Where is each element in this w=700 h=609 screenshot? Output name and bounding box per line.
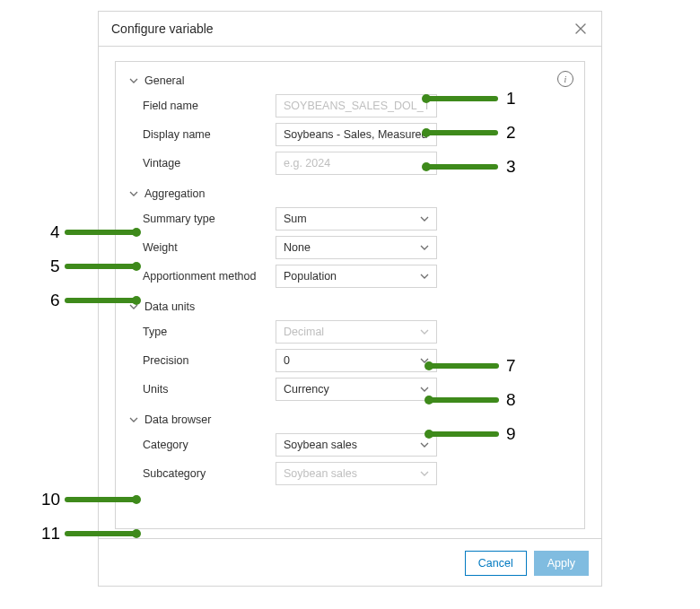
annotation-dot: [424, 361, 433, 370]
section-title-aggregation: Aggregation: [144, 187, 205, 200]
cancel-button[interactable]: Cancel: [465, 551, 527, 576]
field-name-label: Field name: [128, 100, 276, 112]
annotation-leader: [429, 397, 499, 403]
weight-select[interactable]: None: [276, 236, 437, 259]
annotation-number: 9: [506, 424, 516, 444]
annotation-dot: [132, 228, 141, 237]
annotation-leader: [429, 431, 499, 437]
annotation-number: 4: [50, 222, 60, 242]
display-name-label: Display name: [128, 128, 276, 141]
category-value: Soybean sales: [284, 439, 357, 451]
dialog-footer: Cancel Apply: [99, 538, 601, 587]
apportionment-value: Population: [284, 270, 337, 283]
units-value: Currency: [284, 383, 329, 396]
section-toggle-data-browser[interactable]: Data browser: [128, 413, 572, 426]
chevron-down-icon: [420, 327, 429, 336]
annotation-number: 6: [50, 291, 60, 310]
annotation-number: 10: [41, 490, 60, 509]
annotation-dot: [132, 495, 141, 504]
display-name-input[interactable]: [276, 123, 437, 146]
annotation-dot: [424, 396, 433, 405]
summary-type-value: Sum: [284, 213, 307, 225]
dialog-body: i General Field name: [99, 47, 601, 538]
chevron-down-icon: [420, 440, 429, 449]
annotation-leader: [65, 298, 136, 303]
precision-select[interactable]: 0: [276, 349, 437, 372]
subcategory-label: Subcategory: [128, 467, 276, 480]
vintage-label: Vintage: [128, 157, 276, 170]
type-select: Decimal: [276, 320, 437, 344]
annotation-dot: [132, 262, 141, 271]
annotation-dot: [422, 162, 431, 171]
precision-value: 0: [284, 354, 290, 367]
summary-type-select[interactable]: Sum: [276, 207, 437, 231]
apply-button[interactable]: Apply: [534, 551, 589, 576]
annotation-leader: [426, 130, 498, 135]
apportionment-label: Apportionment method: [128, 270, 276, 283]
type-value: Decimal: [284, 326, 324, 338]
annotation-number: 2: [506, 123, 516, 143]
annotation-dot: [424, 430, 433, 439]
chevron-down-icon: [420, 385, 429, 394]
section-toggle-aggregation[interactable]: Aggregation: [128, 187, 572, 200]
annotation-number: 7: [506, 356, 516, 376]
info-icon[interactable]: i: [557, 71, 573, 87]
annotation-leader: [429, 363, 499, 369]
apportionment-select[interactable]: Population: [276, 265, 437, 288]
annotation-number: 3: [506, 157, 516, 177]
section-title-general: General: [144, 74, 184, 87]
subcategory-select: Soybean sales: [276, 462, 437, 485]
precision-label: Precision: [128, 354, 276, 367]
annotation-leader: [65, 497, 136, 502]
section-title-data-units: Data units: [144, 300, 195, 313]
type-label: Type: [128, 326, 276, 338]
chevron-down-icon: [128, 414, 139, 425]
annotation-number: 11: [41, 524, 60, 544]
dialog-header: Configure variable: [99, 12, 601, 47]
annotation-leader: [65, 230, 136, 235]
section-toggle-data-units[interactable]: Data units: [128, 300, 572, 313]
annotation-leader: [65, 264, 136, 269]
configure-variable-dialog: Configure variable i General Field name: [98, 11, 602, 587]
chevron-down-icon: [420, 243, 429, 252]
annotation-dot: [422, 128, 431, 137]
section-title-data-browser: Data browser: [144, 413, 211, 426]
chevron-down-icon: [420, 469, 429, 478]
annotation-dot: [132, 296, 141, 305]
category-select[interactable]: Soybean sales: [276, 433, 437, 457]
category-label: Category: [128, 439, 276, 451]
dialog-title: Configure variable: [111, 22, 214, 36]
chevron-down-icon: [420, 272, 429, 281]
chevron-down-icon: [128, 188, 139, 199]
weight-value: None: [284, 241, 311, 254]
field-name-input: [276, 94, 437, 117]
annotation-number: 5: [50, 257, 60, 276]
summary-type-label: Summary type: [128, 213, 276, 225]
annotation-number: 8: [506, 390, 516, 410]
annotation-number: 1: [506, 89, 516, 109]
vintage-input[interactable]: [276, 152, 437, 175]
weight-label: Weight: [128, 241, 276, 254]
chevron-down-icon: [128, 75, 139, 86]
units-label: Units: [128, 383, 276, 396]
section-toggle-general[interactable]: General: [128, 74, 572, 87]
subcategory-value: Soybean sales: [284, 467, 357, 480]
annotation-dot: [422, 94, 431, 103]
annotation-leader: [65, 531, 136, 536]
annotation-leader: [426, 96, 498, 101]
units-select[interactable]: Currency: [276, 378, 437, 401]
annotation-leader: [426, 164, 498, 170]
close-icon[interactable]: [573, 21, 589, 37]
chevron-down-icon: [420, 214, 429, 223]
annotation-dot: [132, 529, 141, 538]
